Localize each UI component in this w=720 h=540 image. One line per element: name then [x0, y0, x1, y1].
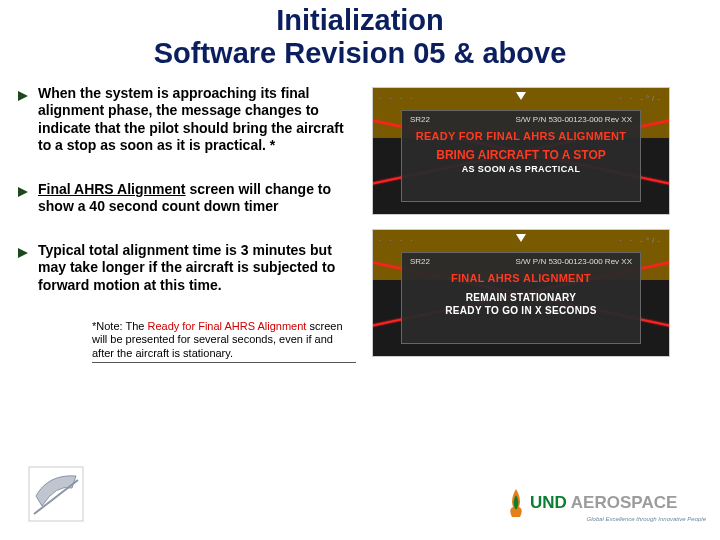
title-line2: Software Revision 05 & above [154, 37, 567, 69]
logo-aero: AEROSPACE [571, 493, 677, 513]
bullet-arrow-icon [18, 248, 28, 258]
flame-icon [506, 489, 526, 517]
msg-line1: READY FOR FINAL AHRS ALIGNMENT [410, 130, 632, 142]
bullet-item: Final AHRS Alignment screen will change … [18, 181, 358, 216]
avionics-screen-ready: · · · ·· · -°/- SR22 S/W P/N 530-00123-0… [372, 87, 670, 215]
message-box: SR22 S/W P/N 530-00123-000 Rev XX FINAL … [401, 252, 641, 344]
msg-line3: AS SOON AS PRACTICAL [410, 164, 632, 174]
message-box: SR22 S/W P/N 530-00123-000 Rev XX READY … [401, 110, 641, 202]
msg-line2: REMAIN STATIONARY [410, 292, 632, 303]
hdr-right: S/W P/N 530-00123-000 Rev XX [515, 115, 632, 124]
note-prefix: *Note: The [92, 320, 147, 332]
bullet-item: When the system is approaching its final… [18, 85, 358, 155]
bullet-list: When the system is approaching its final… [18, 85, 358, 363]
avionics-screen-final: · · · ·· · -°/- SR22 S/W P/N 530-00123-0… [372, 229, 670, 357]
screenshot-column: · · · ·· · -°/- SR22 S/W P/N 530-00123-0… [372, 85, 670, 363]
content-row: When the system is approaching its final… [0, 85, 720, 363]
title-line1: Initialization [276, 4, 444, 36]
footnote: *Note: The Ready for Final AHRS Alignmen… [92, 320, 356, 363]
msg-line2: BRING AIRCRAFT TO A STOP [410, 148, 632, 162]
msg-line3: READY TO GO IN X SECONDS [410, 305, 632, 316]
hdr-left: SR22 [410, 257, 430, 266]
company-logo-icon [28, 466, 84, 522]
bullet-item: Typical total alignment time is 3 minute… [18, 242, 358, 295]
slide-title: Initialization Software Revision 05 & ab… [0, 0, 720, 85]
msg-line1: FINAL AHRS ALIGNMENT [410, 272, 632, 284]
note-red: Ready for Final AHRS Alignment [147, 320, 306, 332]
und-aerospace-logo: UNDAEROSPACE Global Excellence through I… [506, 486, 706, 520]
bullet-text: When the system is approaching its final… [38, 85, 358, 155]
bullet-text: Final AHRS Alignment screen will change … [38, 181, 358, 216]
logo-tagline: Global Excellence through Innovative Peo… [587, 516, 706, 522]
bullet-arrow-icon [18, 187, 28, 197]
bullet-text: Typical total alignment time is 3 minute… [38, 242, 358, 295]
bullet-arrow-icon [18, 91, 28, 101]
hdr-left: SR22 [410, 115, 430, 124]
logo-und: UND [530, 493, 567, 513]
hdr-right: S/W P/N 530-00123-000 Rev XX [515, 257, 632, 266]
